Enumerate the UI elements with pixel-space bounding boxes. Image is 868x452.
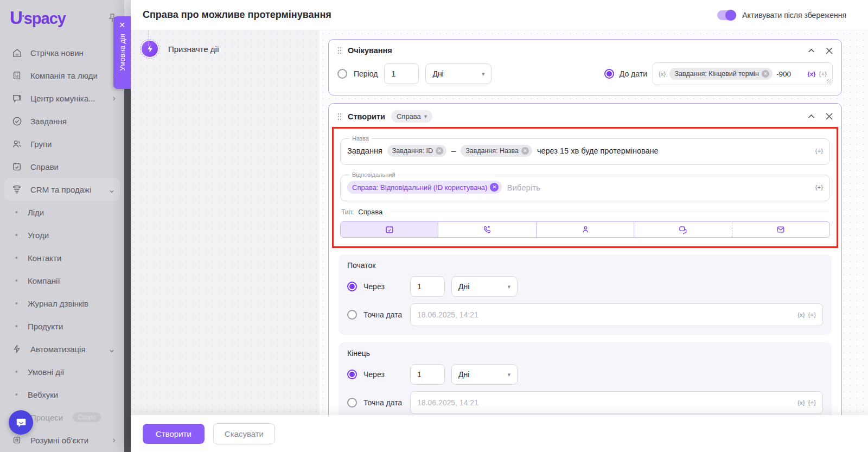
- insert-template-icon[interactable]: {+}: [819, 71, 827, 77]
- close-icon[interactable]: [826, 47, 833, 54]
- remove-chip-icon[interactable]: ✕: [762, 70, 769, 78]
- end-unit-select[interactable]: Дні ▾: [451, 364, 518, 385]
- caret-down-icon: ▾: [424, 113, 427, 120]
- sidebar-nav: Стрічка новин Компанія та люди › Центр к…: [0, 34, 124, 451]
- sidebar-item-tasks[interactable]: Завдання: [0, 110, 124, 132]
- drag-handle-icon[interactable]: [337, 47, 342, 54]
- end-exact-radio[interactable]: [347, 398, 357, 408]
- start-exact-radio[interactable]: [347, 310, 357, 320]
- support-chat-button[interactable]: [9, 410, 33, 435]
- sidebar-item-conditional-actions[interactable]: •Умовні дії: [0, 360, 124, 383]
- remove-chip-icon[interactable]: ✕: [521, 147, 529, 155]
- steps-column: Призначте дії: [131, 30, 320, 415]
- mail-icon: [776, 225, 785, 234]
- activate-toggle[interactable]: [717, 10, 736, 20]
- sidebar-item-automation[interactable]: Автоматизація ⌄: [0, 338, 124, 360]
- sidebar-item-groups[interactable]: Групи: [0, 132, 124, 155]
- end-date-field[interactable]: {x} {+}: [410, 391, 823, 414]
- period-radio[interactable]: [337, 69, 347, 79]
- type-person-button[interactable]: [536, 222, 634, 237]
- type-call-button[interactable]: [438, 222, 535, 237]
- bullet-icon: •: [15, 322, 18, 330]
- remove-chip-icon[interactable]: ✕: [436, 147, 443, 155]
- deadline-variable-chip[interactable]: Завдання: Кінцевий термін ✕: [669, 68, 773, 80]
- calendar-icon: [11, 162, 23, 171]
- period-unit-select[interactable]: Дні ▾: [425, 63, 492, 84]
- create-button[interactable]: Створити: [143, 424, 205, 444]
- insert-template-icon[interactable]: {+}: [815, 148, 823, 154]
- entity-type-pill[interactable]: Справа ▾: [391, 110, 432, 123]
- to-date-expression-field[interactable]: {x} Завдання: Кінцевий термін ✕ -900 {x}…: [653, 62, 833, 85]
- lightning-icon: [11, 344, 23, 354]
- wait-card: Очікування Період Дні ▾: [328, 39, 842, 96]
- cancel-button[interactable]: Скасувати: [213, 423, 275, 444]
- building-icon: [11, 71, 23, 80]
- remove-chip-icon[interactable]: ✕: [490, 183, 499, 192]
- responsible-legend: Відповідальний: [349, 171, 398, 178]
- type-chat-button[interactable]: [634, 222, 731, 237]
- end-after-label: Через: [363, 370, 404, 379]
- name-text-2: через 15 хв буде протерміноване: [537, 147, 659, 155]
- sidebar-item-leads[interactable]: •Ліди: [0, 201, 124, 224]
- sidebar-item-crm-sales[interactable]: CRM та продажі ⌄: [4, 178, 120, 201]
- sidebar-item-companies[interactable]: •Компанії: [0, 269, 124, 292]
- collapse-icon[interactable]: [808, 114, 815, 119]
- insert-template-icon[interactable]: {+}: [815, 184, 823, 190]
- end-date-input[interactable]: [417, 398, 793, 407]
- drag-handle-icon[interactable]: [337, 113, 342, 120]
- start-value-input[interactable]: [410, 276, 445, 297]
- sidebar-item-webhooks[interactable]: •Вебхуки: [0, 383, 124, 406]
- responsible-variable-chip[interactable]: Справа: Відповідальний (ID користувача) …: [347, 181, 502, 194]
- sidebar-item-contacts[interactable]: •Контакти: [0, 246, 124, 269]
- start-after-radio[interactable]: [347, 282, 357, 291]
- start-date-field[interactable]: {x} {+}: [410, 303, 823, 326]
- calendar-check-icon: [385, 225, 394, 234]
- insert-variable-icon[interactable]: {x}: [807, 71, 815, 77]
- sidebar-item-company-people[interactable]: Компанія та люди ›: [0, 64, 124, 87]
- dash-text: –: [451, 147, 456, 155]
- period-value-input[interactable]: [384, 63, 419, 84]
- bullet-icon: •: [15, 231, 18, 239]
- sidebar-item-call-log[interactable]: •Журнал дзвінків: [0, 292, 124, 315]
- type-email-button[interactable]: [732, 222, 829, 237]
- conditional-action-panel: ✕ Умовна дія Справа про можливе протермі…: [131, 0, 868, 452]
- people-icon: [11, 139, 23, 149]
- start-date-input[interactable]: [417, 310, 793, 319]
- chevron-down-icon: ⌄: [108, 343, 116, 355]
- sidebar-item-activities[interactable]: Справи: [0, 155, 124, 178]
- cube-icon: [11, 435, 23, 445]
- create-card-title: Створити: [348, 112, 385, 121]
- sidebar-item-deals[interactable]: •Угоди: [0, 224, 124, 246]
- task-id-chip[interactable]: Завдання: ID ✕: [387, 145, 446, 157]
- step-ring: [140, 39, 159, 59]
- to-date-radio[interactable]: [604, 69, 614, 79]
- slideover-tab[interactable]: ✕ Умовна дія: [113, 16, 131, 89]
- sidebar-item-communication-center[interactable]: Центр комуніка... ›: [0, 87, 124, 110]
- insert-variable-icon[interactable]: {x}: [797, 311, 805, 318]
- name-text-1: Завдання: [347, 147, 382, 155]
- bullet-icon: •: [15, 276, 18, 285]
- task-name-chip[interactable]: Завдання: Назва ✕: [461, 145, 532, 157]
- name-fieldset[interactable]: Назва Завдання Завдання: ID ✕ – Завдання…: [340, 135, 830, 165]
- start-after-label: Через: [363, 282, 404, 291]
- collapse-icon[interactable]: [808, 48, 815, 53]
- type-meeting-button[interactable]: [341, 222, 438, 237]
- insert-template-icon[interactable]: {+}: [808, 399, 816, 406]
- close-icon[interactable]: ✕: [119, 21, 125, 29]
- insert-variable-icon[interactable]: {x}: [797, 399, 805, 406]
- insert-template-icon[interactable]: {+}: [808, 311, 816, 318]
- caret-down-icon: ▾: [482, 71, 485, 78]
- start-unit-select[interactable]: Дні ▾: [451, 276, 518, 297]
- end-after-radio[interactable]: [347, 370, 357, 379]
- resize-handle[interactable]: [827, 79, 831, 84]
- caret-down-icon: ▾: [507, 283, 510, 290]
- bullet-icon: •: [15, 390, 18, 399]
- close-icon[interactable]: [826, 113, 833, 120]
- uspacy-logo[interactable]: U•spacy: [10, 8, 66, 28]
- sidebar-item-products[interactable]: •Продукти: [0, 315, 124, 338]
- end-value-input[interactable]: [410, 364, 445, 385]
- responsible-fieldset[interactable]: Відповідальний Справа: Відповідальний (I…: [340, 171, 830, 201]
- bullet-icon: •: [15, 367, 18, 376]
- chevron-right-icon: ›: [112, 435, 116, 445]
- sidebar-item-news-feed[interactable]: Стрічка новин: [0, 41, 124, 64]
